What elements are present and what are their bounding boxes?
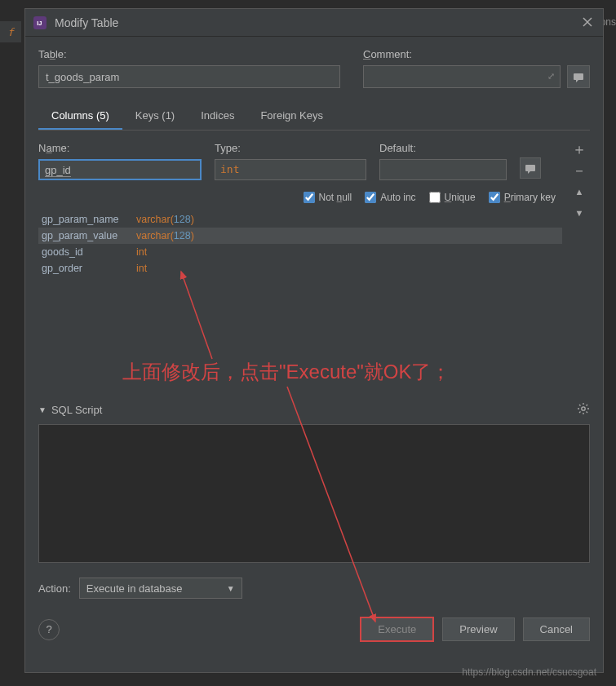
- move-up-button[interactable]: ▲: [570, 183, 588, 201]
- expand-icon[interactable]: ⤢: [547, 71, 555, 82]
- list-item[interactable]: goods_id int: [38, 244, 562, 260]
- svg-line-13: [579, 412, 581, 414]
- comment-input[interactable]: ⤢: [363, 65, 561, 88]
- svg-point-6: [582, 407, 585, 410]
- move-down-button[interactable]: ▼: [570, 204, 588, 222]
- notnull-checkbox[interactable]: Not null: [304, 192, 352, 203]
- sql-collapse-icon[interactable]: ▼: [38, 405, 47, 414]
- help-button[interactable]: ?: [38, 619, 60, 640]
- default-label: Default:: [379, 142, 507, 154]
- action-label: Action:: [38, 582, 71, 595]
- tab-foreign-keys[interactable]: Foreign Keys: [247, 103, 336, 130]
- preview-button[interactable]: Preview: [442, 617, 514, 641]
- list-item[interactable]: gp_order int: [38, 260, 562, 277]
- svg-line-14: [587, 405, 588, 406]
- modify-table-dialog: IJ Modify Table Table: Comment: ⤢: [24, 8, 604, 673]
- name-label: Name:: [38, 142, 202, 154]
- action-select[interactable]: Execute in database ▼: [79, 578, 242, 599]
- dialog-title: Modify Table: [55, 16, 582, 29]
- sql-script-label: SQL Script: [51, 404, 572, 416]
- table-name-input[interactable]: [38, 65, 340, 88]
- svg-line-12: [587, 412, 588, 414]
- primarykey-checkbox[interactable]: Primary key: [489, 192, 556, 203]
- type-label: Type:: [215, 142, 366, 154]
- svg-line-11: [579, 405, 581, 406]
- comment-edit-button[interactable]: [567, 65, 590, 88]
- svg-rect-4: [574, 73, 583, 80]
- watermark: https://blog.csdn.net/csucsgoat: [462, 666, 596, 678]
- tab-indices[interactable]: Indices: [188, 103, 247, 130]
- remove-column-button[interactable]: －: [570, 162, 588, 179]
- tab-keys[interactable]: Keys (1): [122, 103, 188, 130]
- tab-columns[interactable]: Columns (5): [38, 103, 122, 130]
- column-name-input[interactable]: gp_id: [38, 159, 202, 180]
- svg-text:IJ: IJ: [37, 20, 42, 27]
- table-label: Table:: [38, 48, 340, 60]
- editor-file-tab: f: [0, 21, 21, 42]
- cancel-button[interactable]: Cancel: [523, 617, 590, 641]
- default-edit-button[interactable]: [520, 157, 541, 179]
- column-default-input[interactable]: [379, 159, 507, 180]
- comment-label: Comment:: [363, 48, 590, 60]
- svg-rect-5: [525, 165, 535, 171]
- list-item[interactable]: gp_param_name varchar(128): [38, 211, 562, 228]
- column-type-input[interactable]: int: [215, 159, 366, 180]
- gear-icon[interactable]: [577, 402, 590, 418]
- unique-checkbox[interactable]: Unique: [429, 192, 476, 203]
- chevron-down-icon: ▼: [227, 584, 235, 593]
- add-column-button[interactable]: ＋: [570, 140, 588, 158]
- dialog-titlebar: IJ Modify Table: [25, 9, 603, 37]
- autoinc-checkbox[interactable]: Auto inc: [365, 192, 415, 203]
- list-item[interactable]: gp_param_value varchar(128): [38, 228, 562, 244]
- execute-button[interactable]: Execute: [360, 617, 434, 642]
- column-list: gp_param_name varchar(128) gp_param_valu…: [38, 211, 562, 277]
- tabs: Columns (5) Keys (1) Indices Foreign Key…: [38, 103, 590, 131]
- sql-script-editor[interactable]: [38, 424, 590, 563]
- app-icon: IJ: [33, 16, 47, 29]
- close-icon[interactable]: [582, 16, 595, 29]
